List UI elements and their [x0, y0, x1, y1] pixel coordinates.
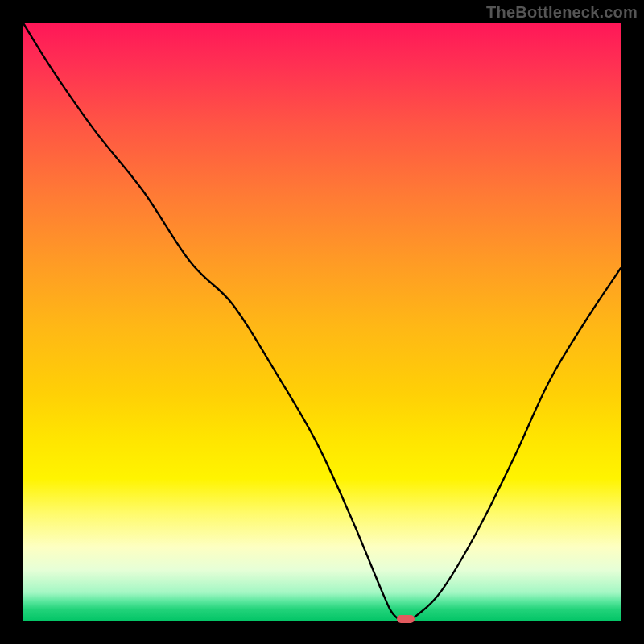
plot-area [23, 23, 621, 621]
watermark-text: TheBottleneck.com [486, 3, 638, 22]
valley-marker [397, 615, 415, 623]
bottleneck-curve [23, 23, 621, 621]
chart-frame: TheBottleneck.com [0, 0, 644, 644]
